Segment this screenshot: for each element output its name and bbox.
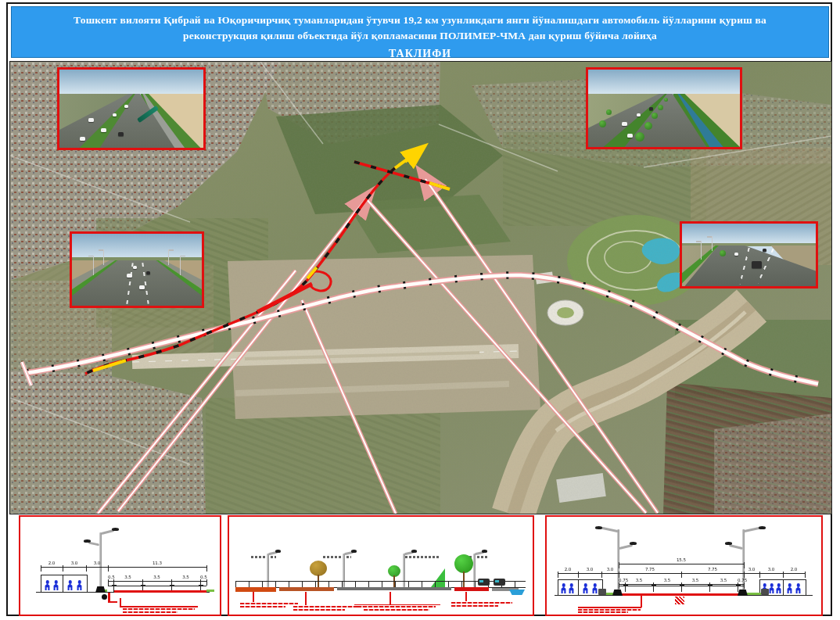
annotation-leader (305, 592, 307, 605)
car (649, 107, 653, 110)
dim-sub: 3.5 (709, 584, 738, 585)
car (101, 128, 106, 132)
pedestrian-figure (53, 580, 59, 590)
annotation-text-red (123, 611, 178, 613)
annotation-text-red (451, 605, 498, 607)
guardrail-post (653, 586, 654, 592)
title-line-3: ТАКЛИФИ (12, 45, 828, 62)
guardrail-post (625, 586, 626, 592)
annotation-text-red (364, 609, 429, 611)
sky (59, 70, 203, 95)
lamp-head (351, 550, 357, 553)
annotation-leader (389, 592, 391, 604)
annotation-text-red (240, 603, 298, 604)
guardrail-post (709, 586, 710, 592)
lamp-head (630, 542, 637, 545)
section-label (323, 556, 351, 558)
dim-half-left: 7.75 (619, 573, 681, 574)
equipment-box (598, 589, 606, 595)
dim-sidewalk: 2.0 (41, 567, 63, 568)
dim-sidewalk-left: 2.0 (558, 573, 578, 574)
lamp-head (595, 526, 602, 529)
annotation-text-red (451, 602, 512, 604)
car (627, 134, 633, 138)
pedestrian-figure (561, 583, 566, 593)
polymer-pavement-layer (619, 593, 744, 596)
annotation-text-red (578, 611, 628, 613)
dim-sub: 3.5 (681, 584, 709, 585)
pedestrian-figure (795, 583, 801, 593)
lamp-head (759, 526, 766, 529)
dim-total-carriageway: 15.5 (619, 564, 744, 564)
drainage-pond (509, 590, 525, 595)
pedestrian-figure (67, 580, 73, 590)
autumn-tree (310, 561, 327, 576)
roadside-tree (664, 98, 668, 102)
sky (588, 70, 740, 95)
pedestrian-box (63, 575, 88, 593)
lamp-arm-inward (729, 544, 743, 550)
lamp-head (411, 550, 417, 553)
pedestrian-box (41, 575, 64, 593)
annotation-text-red (357, 606, 436, 607)
dim-sub: 3.5 (171, 581, 200, 582)
roadside-tree (658, 105, 663, 110)
car (734, 253, 738, 256)
car (118, 132, 124, 136)
lamp-head (84, 539, 91, 543)
pedestrian-figure (45, 580, 50, 590)
annotation-leader (578, 607, 641, 608)
dim-sidewalk-right: 2.0 (783, 573, 805, 574)
pedestrian-box (783, 579, 806, 596)
pole-foundation (738, 590, 748, 596)
green-verge (206, 590, 214, 592)
pedestrian-figure (776, 583, 781, 593)
guardrail-post (738, 586, 738, 592)
lamp-head (112, 528, 119, 531)
dim-sub: 3.5 (625, 584, 653, 585)
drainage-pipe (102, 594, 107, 600)
dim-sub: 0.5 (200, 581, 206, 582)
lamp-arm-inward (619, 544, 633, 550)
green-tree-large (454, 554, 473, 573)
roadside-tree (599, 120, 606, 127)
pavement-layer-red (454, 587, 489, 591)
annotation-text-red (578, 609, 641, 611)
lamp-arm-outward (743, 527, 760, 532)
car (622, 122, 627, 126)
cross-section-diagram-left: 2.0 3.0 3.0 11.3 0.5 3.5 3.5 3.5 0.5 (19, 515, 221, 616)
car (127, 274, 132, 278)
annotation-text-red (293, 609, 345, 611)
lamp-head (275, 550, 281, 553)
dim-sub: 3.5 (653, 584, 681, 585)
car (80, 137, 85, 141)
render-inset-top-left (57, 67, 206, 150)
annotation-leader (465, 592, 467, 601)
section-label (251, 556, 276, 558)
pole-foundation (95, 586, 106, 593)
pedestrian-figure (769, 583, 774, 593)
roadside-tree (720, 250, 726, 256)
satellite-map (9, 61, 832, 514)
pedestrian-figure (787, 583, 792, 593)
render-inset-mid-right (680, 221, 818, 288)
pedestrian-figure (77, 580, 82, 590)
street-light (93, 256, 95, 276)
pedestrian-figure (592, 583, 598, 593)
pavement-layer-brown (279, 587, 334, 591)
title-banner: Тошкент вилояти Қибрай ва Юқоричирчиқ ту… (11, 6, 829, 58)
street-light (712, 236, 713, 251)
annotation-text-red (240, 606, 285, 607)
car (113, 113, 117, 116)
section-label (405, 556, 440, 558)
dim-sub: 3.5 (113, 581, 142, 582)
cross-section-diagram-middle (228, 515, 534, 616)
pedestrian-box (558, 579, 580, 596)
car (124, 105, 128, 108)
street-light (180, 256, 181, 276)
pavement-layer-orange (235, 587, 276, 592)
dim-bikelane: 3.0 (63, 567, 86, 568)
guardrail-post (681, 586, 682, 592)
polymer-pavement-layer (114, 590, 206, 593)
street-light (168, 249, 170, 265)
